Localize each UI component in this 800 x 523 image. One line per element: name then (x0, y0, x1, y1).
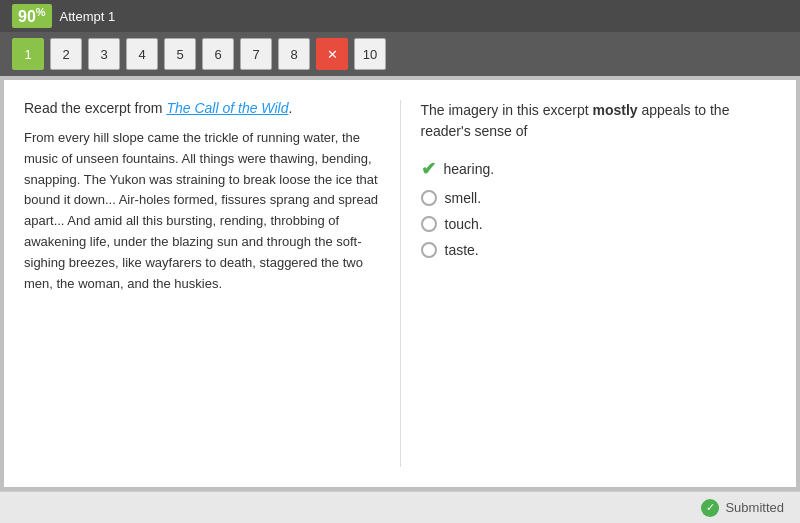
footer: ✓ Submitted (0, 491, 800, 523)
submitted-badge: ✓ Submitted (701, 499, 784, 517)
nav-btn-6[interactable]: 6 (202, 38, 234, 70)
attempt-label: Attempt 1 (60, 9, 116, 24)
nav-btn-9[interactable]: ✕ (316, 38, 348, 70)
question-text-before: The imagery in this excerpt (421, 102, 593, 118)
question-nav: 12345678✕10 (0, 32, 800, 76)
check-icon: ✔ (421, 158, 436, 180)
question-bold-word: mostly (592, 102, 637, 118)
nav-btn-5[interactable]: 5 (164, 38, 196, 70)
option-label: hearing. (444, 161, 495, 177)
answer-options: ✔hearing.smell.touch.taste. (421, 158, 777, 258)
header: 90% Attempt 1 (0, 0, 800, 32)
score-percent: % (36, 6, 46, 18)
book-title-link[interactable]: The Call of the Wild (166, 100, 288, 116)
nav-btn-4[interactable]: 4 (126, 38, 158, 70)
score-badge: 90% (12, 4, 52, 28)
nav-btn-8[interactable]: 8 (278, 38, 310, 70)
answer-option-3[interactable]: touch. (421, 216, 777, 232)
passage-period: . (288, 100, 292, 116)
radio-circle (421, 216, 437, 232)
score-value: 90 (18, 8, 36, 25)
radio-circle (421, 242, 437, 258)
option-label: taste. (445, 242, 479, 258)
passage-intro: Read the excerpt from (24, 100, 166, 116)
submitted-icon: ✓ (701, 499, 719, 517)
answer-option-1[interactable]: ✔hearing. (421, 158, 777, 180)
option-label: smell. (445, 190, 482, 206)
answer-option-4[interactable]: taste. (421, 242, 777, 258)
nav-btn-10[interactable]: 10 (354, 38, 386, 70)
option-label: touch. (445, 216, 483, 232)
nav-btn-1[interactable]: 1 (12, 38, 44, 70)
left-panel: Read the excerpt from The Call of the Wi… (24, 100, 401, 467)
submitted-label: Submitted (725, 500, 784, 515)
main-content: Read the excerpt from The Call of the Wi… (4, 80, 796, 487)
passage-title: Read the excerpt from The Call of the Wi… (24, 100, 380, 116)
radio-circle (421, 190, 437, 206)
right-panel: The imagery in this excerpt mostly appea… (421, 100, 777, 467)
nav-btn-7[interactable]: 7 (240, 38, 272, 70)
answer-option-2[interactable]: smell. (421, 190, 777, 206)
nav-btn-3[interactable]: 3 (88, 38, 120, 70)
passage-body: From every hill slope came the trickle o… (24, 128, 380, 294)
nav-btn-2[interactable]: 2 (50, 38, 82, 70)
question-text: The imagery in this excerpt mostly appea… (421, 100, 777, 142)
